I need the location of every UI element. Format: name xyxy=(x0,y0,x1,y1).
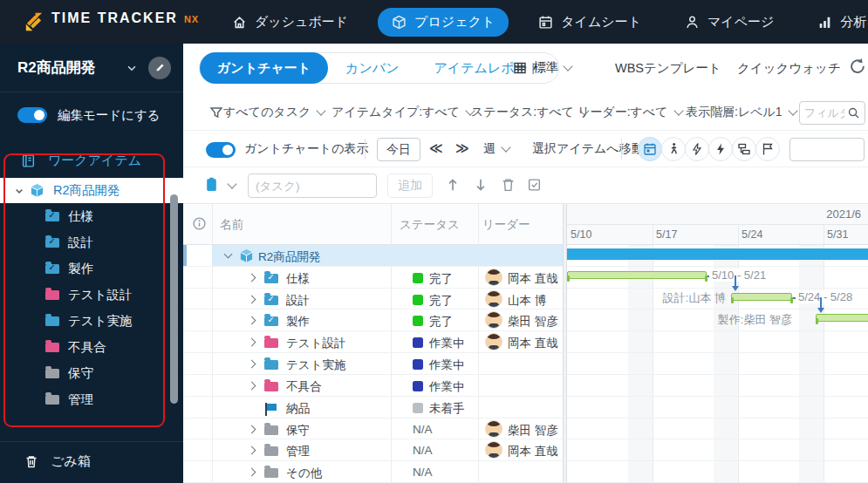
gantt-bar-name-label: 設計:山本 博 xyxy=(663,290,726,306)
filter-dropdown-5[interactable]: 表示階層:レベル1 xyxy=(686,105,796,120)
tab-カンバン[interactable]: カンバン xyxy=(328,52,416,84)
chevron-right-icon[interactable] xyxy=(248,425,256,433)
chevron-right-icon[interactable] xyxy=(248,468,256,477)
status-color-square xyxy=(413,359,423,370)
sidebar-section-workitems[interactable]: ワークアイテム xyxy=(0,143,183,178)
dependency-arrow-icon xyxy=(817,308,824,313)
today-button[interactable]: 今日 xyxy=(377,138,420,161)
tree-item-label: 管理 xyxy=(68,391,93,408)
tree-item-不具合[interactable]: 不具合 xyxy=(0,334,183,360)
chevron-right-icon[interactable] xyxy=(248,316,256,325)
chevron-right-icon[interactable] xyxy=(248,338,256,347)
table-row-テスト設計[interactable]: テスト設計作業中岡本 直哉 xyxy=(183,331,563,353)
calendar-range-icon-button[interactable] xyxy=(638,137,662,161)
sidebar-scrollbar[interactable] xyxy=(170,194,178,404)
filter-dropdown-3[interactable]: ステータス:すべて xyxy=(471,105,588,120)
column-header-status[interactable]: ステータス xyxy=(400,217,460,233)
tree-item-管理[interactable]: 管理 xyxy=(0,386,183,412)
nav-item-マイページ[interactable]: マイページ xyxy=(671,8,788,37)
gantt-body: 設計:山本 博製作:柴田 智彦5/10 - 5/215/24 - 5/28 xyxy=(567,245,868,483)
table-pane: 名前 ステータス リーダー R2商品開発仕様完了岡本 直哉設計完了山本 博製作完… xyxy=(183,204,563,483)
tree-item-テスト設計[interactable]: テスト設計 xyxy=(0,282,183,308)
folder-blue-check-icon xyxy=(264,316,278,326)
column-header-leader[interactable]: リーダー xyxy=(482,217,530,233)
status-label: 完了 xyxy=(429,271,453,287)
nav-item-タイムシート[interactable]: タイムシート xyxy=(524,8,655,37)
table-row-テスト実施[interactable]: テスト実施作業中 xyxy=(183,353,563,375)
gantt-toolbar: ガントチャートの表示 今日 ≪ ≫ 週 選択アイテムへ移動 xyxy=(183,131,868,167)
gantt-task-bar[interactable] xyxy=(816,314,868,322)
table-row-設計[interactable]: 設計完了山本 博 xyxy=(183,289,563,310)
dependency-arrow-icon xyxy=(732,286,739,291)
filter-row: すべてのタスクアイテムタイプ:すべてステータス:すべてリーダー:すべて表示階層:… xyxy=(183,94,868,131)
lightning-outline-icon-button[interactable] xyxy=(685,137,709,161)
filter-search-input[interactable] xyxy=(804,106,844,119)
column-header-name[interactable]: 名前 xyxy=(220,217,243,233)
edit-mode-toggle[interactable] xyxy=(17,107,47,123)
tree-item-保守[interactable]: 保守 xyxy=(0,360,183,386)
lightning-filled-icon-button[interactable] xyxy=(708,137,733,161)
chevron-right-icon[interactable] xyxy=(248,381,256,390)
next-page-icon[interactable]: ≫ xyxy=(455,140,470,156)
folder-gray-icon xyxy=(45,395,59,405)
table-row-仕様[interactable]: 仕様完了岡本 直哉 xyxy=(183,267,563,289)
tree-item-テスト実施[interactable]: テスト実施 xyxy=(0,308,183,334)
gantt-header: 2021/6 5/105/175/245/31 xyxy=(567,204,868,245)
table-row-製作[interactable]: 製作完了柴田 智彦 xyxy=(183,310,563,331)
new-task-input[interactable] xyxy=(248,173,377,198)
gantt-toolbar-input[interactable] xyxy=(789,138,865,161)
table-row-不具合[interactable]: 不具合作業中 xyxy=(183,375,563,397)
status-label: 完了 xyxy=(429,293,453,309)
filter-dropdown-2[interactable]: アイテムタイプ:すべて xyxy=(331,105,474,120)
gantt-summary-bar[interactable] xyxy=(567,248,868,260)
checkbox-icon[interactable] xyxy=(527,177,542,193)
delete-icon[interactable] xyxy=(501,177,516,193)
chevron-down-icon xyxy=(501,142,510,152)
tab-ガントチャート[interactable]: ガントチャート xyxy=(200,52,328,84)
wbs-template-link[interactable]: WBSテンプレート xyxy=(615,60,721,77)
prev-page-icon[interactable]: ≪ xyxy=(429,140,444,156)
refresh-icon[interactable] xyxy=(849,58,866,75)
add-button[interactable]: 追加 xyxy=(387,173,433,198)
trash-item[interactable]: ごみ箱 xyxy=(0,441,183,471)
view-selector[interactable]: 標準 xyxy=(513,59,571,76)
row-name: 不具合 xyxy=(286,379,322,395)
walker-icon-button[interactable] xyxy=(661,137,686,161)
folder-pink-icon xyxy=(45,343,59,352)
move-up-icon[interactable] xyxy=(445,177,461,193)
scale-selector[interactable]: 週 xyxy=(483,141,509,157)
chevron-right-icon[interactable] xyxy=(248,446,256,455)
filter-dropdown-4[interactable]: リーダー:すべて xyxy=(578,105,682,120)
edit-project-button[interactable] xyxy=(148,57,171,79)
task-type-icon[interactable] xyxy=(204,176,219,193)
hierarchy-icon-button[interactable] xyxy=(732,137,756,161)
move-to-selected-link[interactable]: 選択アイテムへ移動 xyxy=(532,141,644,157)
table-row-管理[interactable]: 管理N/A岡本 直哉 xyxy=(183,439,563,461)
chevron-right-icon[interactable] xyxy=(248,295,256,303)
chevron-down-icon[interactable] xyxy=(227,179,236,188)
table-row-その他[interactable]: その他N/A xyxy=(183,461,563,483)
tree-item-仕様[interactable]: 仕様 xyxy=(0,203,183,229)
info-icon[interactable] xyxy=(192,216,207,231)
gantt-task-bar[interactable] xyxy=(731,293,792,301)
chevron-down-icon[interactable] xyxy=(224,250,233,259)
nav-item-分析[interactable]: 分析 xyxy=(803,8,868,37)
gantt-visible-toggle[interactable] xyxy=(206,142,236,158)
chevron-right-icon[interactable] xyxy=(248,273,256,282)
flag-icon-button[interactable] xyxy=(755,137,780,161)
nav-item-ダッシュボード[interactable]: ダッシュボード xyxy=(218,8,362,37)
tree-item-R2商品開発[interactable]: R2商品開発 xyxy=(0,178,183,203)
tree-item-製作[interactable]: 製作 xyxy=(0,255,183,282)
table-row-納品[interactable]: 納品未着手 xyxy=(183,397,563,418)
tree-item-設計[interactable]: 設計 xyxy=(0,229,183,255)
quick-watch-link[interactable]: クイックウォッチ xyxy=(737,60,841,77)
move-down-icon[interactable] xyxy=(473,177,489,193)
nav-item-プロジェクト[interactable]: プロジェクト xyxy=(378,8,509,37)
chevron-right-icon[interactable] xyxy=(248,360,256,369)
chevron-down-icon[interactable] xyxy=(126,62,138,74)
table-row-R2商品開発[interactable]: R2商品開発 xyxy=(183,245,563,267)
home-icon xyxy=(232,15,247,30)
filter-dropdown-1[interactable]: すべてのタスク xyxy=(223,105,325,120)
table-row-保守[interactable]: 保守N/A柴田 智彦 xyxy=(183,418,563,440)
gantt-task-bar[interactable] xyxy=(567,271,707,279)
